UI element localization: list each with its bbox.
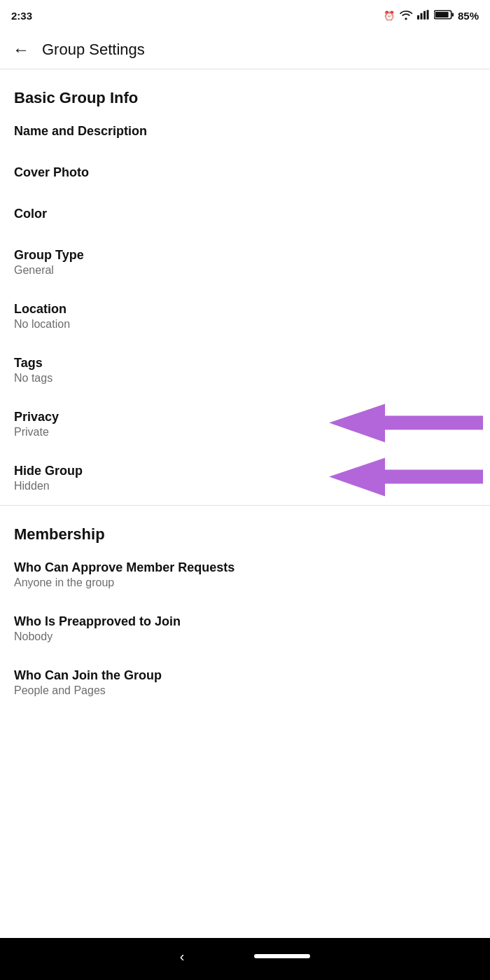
setting-location[interactable]: Location No location bbox=[0, 289, 490, 343]
svg-rect-2 bbox=[424, 11, 426, 19]
status-time: 2:33 bbox=[11, 10, 32, 22]
svg-rect-0 bbox=[417, 15, 419, 19]
setting-name-description[interactable]: Name and Description bbox=[0, 111, 490, 153]
setting-privacy[interactable]: Privacy Private bbox=[0, 397, 490, 451]
svg-marker-8 bbox=[329, 457, 483, 496]
status-bar: 2:33 ⏰ 85% bbox=[0, 0, 490, 31]
svg-rect-6 bbox=[451, 13, 453, 16]
signal-icon bbox=[417, 9, 430, 22]
setting-tags-title: Tags bbox=[14, 356, 476, 371]
setting-tags-value: No tags bbox=[14, 372, 476, 385]
battery-icon bbox=[434, 9, 454, 22]
home-indicator[interactable] bbox=[254, 954, 310, 958]
setting-preapproved-join-value: Nobody bbox=[14, 630, 476, 643]
setting-group-type[interactable]: Group Type General bbox=[0, 235, 490, 289]
back-chevron-icon[interactable]: ‹ bbox=[180, 948, 185, 965]
svg-rect-1 bbox=[420, 13, 422, 19]
setting-cover-photo-title: Cover Photo bbox=[14, 165, 476, 180]
content: Basic Group Info Name and Description Co… bbox=[0, 69, 490, 824]
setting-location-title: Location bbox=[14, 302, 476, 317]
setting-preapproved-join[interactable]: Who Is Preapproved to Join Nobody bbox=[0, 602, 490, 656]
setting-cover-photo[interactable]: Cover Photo bbox=[0, 153, 490, 194]
battery-percent: 85% bbox=[458, 10, 479, 22]
back-button[interactable]: ← bbox=[13, 41, 29, 58]
status-icons: ⏰ 85% bbox=[384, 9, 479, 22]
setting-name-description-title: Name and Description bbox=[14, 124, 476, 139]
setting-color[interactable]: Color bbox=[0, 194, 490, 235]
basic-group-info-heading: Basic Group Info bbox=[0, 69, 490, 111]
setting-who-can-join[interactable]: Who Can Join the Group People and Pages bbox=[0, 656, 490, 710]
svg-rect-5 bbox=[435, 11, 449, 17]
setting-color-title: Color bbox=[14, 207, 476, 221]
setting-preapproved-join-title: Who Is Preapproved to Join bbox=[14, 614, 476, 629]
header: ← Group Settings bbox=[0, 31, 490, 69]
setting-group-type-title: Group Type bbox=[14, 248, 476, 263]
setting-location-value: No location bbox=[14, 318, 476, 331]
svg-rect-3 bbox=[426, 10, 428, 20]
bottom-nav-bar: ‹ bbox=[0, 938, 490, 980]
setting-approve-member-requests[interactable]: Who Can Approve Member Requests Anyone i… bbox=[0, 548, 490, 602]
svg-marker-7 bbox=[329, 403, 483, 442]
setting-tags[interactable]: Tags No tags bbox=[0, 343, 490, 397]
setting-who-can-join-title: Who Can Join the Group bbox=[14, 668, 476, 683]
basic-group-info-section: Basic Group Info Name and Description Co… bbox=[0, 69, 490, 505]
setting-who-can-join-value: People and Pages bbox=[14, 684, 476, 697]
privacy-arrow bbox=[329, 400, 483, 448]
wifi-icon bbox=[399, 9, 413, 22]
setting-approve-member-requests-title: Who Can Approve Member Requests bbox=[14, 560, 476, 575]
setting-approve-member-requests-value: Anyone in the group bbox=[14, 577, 476, 589]
membership-section: Membership Who Can Approve Member Reques… bbox=[0, 506, 490, 710]
page-title: Group Settings bbox=[42, 41, 145, 59]
hide-group-arrow bbox=[329, 454, 483, 502]
membership-heading: Membership bbox=[0, 506, 490, 548]
setting-group-type-value: General bbox=[14, 264, 476, 277]
alarm-icon: ⏰ bbox=[384, 11, 395, 21]
setting-hide-group[interactable]: Hide Group Hidden bbox=[0, 451, 490, 505]
